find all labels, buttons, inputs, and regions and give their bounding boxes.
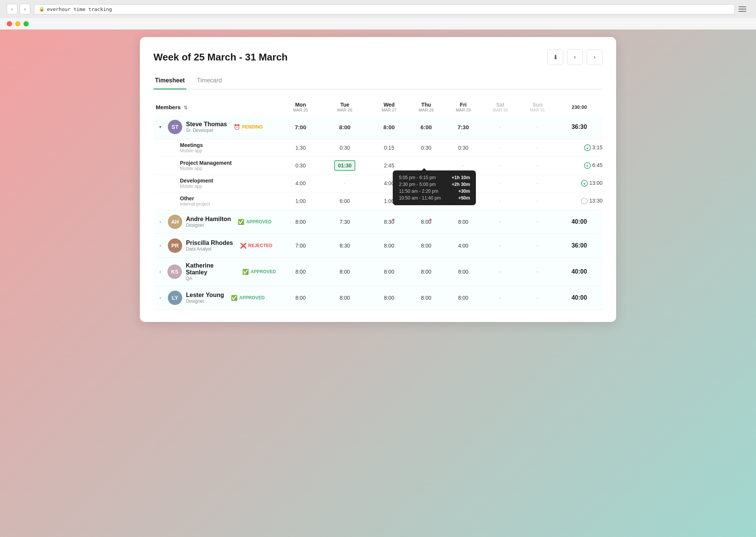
- priscilla-thu[interactable]: 8:00: [407, 234, 445, 258]
- col-total: 230:00: [556, 99, 603, 115]
- meetings-thu[interactable]: 0:30: [407, 139, 445, 157]
- other-sun[interactable]: -: [519, 192, 556, 210]
- priscilla-sat[interactable]: -: [482, 234, 519, 258]
- priscilla-total: 36:00: [556, 234, 603, 258]
- steve-tue[interactable]: 8:00: [319, 115, 370, 139]
- pm-mon[interactable]: 0:30: [282, 157, 319, 175]
- tab-timesheet[interactable]: Timesheet: [153, 74, 186, 90]
- meetings-wed[interactable]: 0:15: [370, 139, 407, 157]
- priscilla-mon[interactable]: 7:00: [282, 234, 319, 258]
- katherine-thu[interactable]: 8:00: [407, 258, 445, 286]
- steve-total: 36:30: [556, 115, 603, 139]
- other-mon[interactable]: 1:00: [282, 192, 319, 210]
- next-week-button[interactable]: ›: [587, 49, 603, 65]
- member-role-lester: Designer: [186, 299, 224, 304]
- expand-steve[interactable]: ▾: [156, 123, 164, 131]
- lester-tue[interactable]: 8:00: [319, 286, 370, 310]
- lester-fri[interactable]: 8:00: [445, 286, 482, 310]
- other-sat[interactable]: -: [482, 192, 519, 210]
- sort-icon[interactable]: ⇅: [184, 105, 187, 110]
- steve-sat[interactable]: -: [482, 115, 519, 139]
- pm-tue[interactable]: 01:30: [319, 157, 370, 175]
- andre-sun[interactable]: -: [519, 210, 556, 234]
- expand-priscilla[interactable]: ›: [156, 242, 164, 249]
- expand-lester[interactable]: ›: [156, 294, 164, 302]
- browser-url-bar[interactable]: 🔒 everhour time tracking: [34, 4, 735, 14]
- prev-week-button[interactable]: ‹: [567, 49, 583, 65]
- steve-mon[interactable]: 7:00: [282, 115, 319, 139]
- pm-total: ● 6:45: [556, 157, 603, 175]
- member-name-katherine: Katherine Stanley: [186, 262, 235, 276]
- dev-sun[interactable]: -: [519, 175, 556, 192]
- andre-total: 40:00: [556, 210, 603, 234]
- andre-sat[interactable]: -: [482, 210, 519, 234]
- expand-andre[interactable]: ›: [156, 218, 164, 226]
- lester-total: 40:00: [556, 286, 603, 310]
- katherine-mon[interactable]: 8:00: [282, 258, 319, 286]
- andre-tue[interactable]: 7:30: [319, 210, 370, 234]
- pm-sun[interactable]: -: [519, 157, 556, 175]
- meetings-mon[interactable]: 1:30: [282, 139, 319, 157]
- priscilla-tue[interactable]: 8:30: [319, 234, 370, 258]
- other-tue[interactable]: 6:00: [319, 192, 370, 210]
- katherine-fri[interactable]: 8:00: [445, 258, 482, 286]
- meetings-fri[interactable]: 0:30: [445, 139, 482, 157]
- meetings-sun[interactable]: -: [519, 139, 556, 157]
- dev-tue[interactable]: -: [319, 175, 370, 192]
- browser-menu-button[interactable]: [739, 4, 749, 14]
- lester-mon[interactable]: 8:00: [282, 286, 319, 310]
- lester-sun[interactable]: -: [519, 286, 556, 310]
- dev-mon[interactable]: 4:00: [282, 175, 319, 192]
- back-button[interactable]: ‹: [7, 4, 17, 14]
- sub-row-project-management: Project Management Mobile app 0:30 01:30…: [153, 157, 603, 175]
- andre-fri[interactable]: 8:00: [445, 210, 482, 234]
- priscilla-sun[interactable]: -: [519, 234, 556, 258]
- meetings-tue[interactable]: 0:30: [319, 139, 370, 157]
- meetings-total: ● 3:15: [556, 139, 603, 157]
- dot-yellow[interactable]: [15, 21, 20, 26]
- katherine-total: 40:00: [556, 258, 603, 286]
- tabs: Timesheet Timecard: [153, 74, 603, 90]
- dev-total: ● 13:00: [556, 175, 603, 192]
- sub-row-other: Other Internal project 1:00 6:00 1:00 5:…: [153, 192, 603, 210]
- pm-thu[interactable]: 5:05 pm - 6:15 pm+1h 10m 2:30 pm - 5:00 …: [407, 157, 445, 175]
- tooltip: 5:05 pm - 6:15 pm+1h 10m 2:30 pm - 5:00 …: [393, 170, 476, 205]
- status-badge-katherine: ✅ APPROVED: [239, 268, 279, 276]
- member-row-steve: ▾ ST Steve Thomas Sr. Developer ⏰ PENDIN…: [153, 115, 603, 139]
- pm-tue-highlighted[interactable]: 01:30: [334, 160, 355, 171]
- member-name-steve: Steve Thomas: [186, 121, 227, 128]
- lester-wed[interactable]: 8:00: [370, 286, 407, 310]
- status-badge-steve: ⏰ PENDING: [231, 123, 266, 131]
- dot-green[interactable]: [23, 21, 29, 26]
- steve-thu[interactable]: 6:00: [407, 115, 445, 139]
- dot-red[interactable]: [7, 21, 12, 26]
- katherine-sun[interactable]: -: [519, 258, 556, 286]
- tab-timecard[interactable]: Timecard: [195, 74, 223, 90]
- dev-sat[interactable]: -: [482, 175, 519, 192]
- andre-mon[interactable]: 8:00: [282, 210, 319, 234]
- andre-thu[interactable]: 8:00: [407, 210, 445, 234]
- meetings-sat[interactable]: -: [482, 139, 519, 157]
- priscilla-fri[interactable]: 4:00: [445, 234, 482, 258]
- lester-thu[interactable]: 8:00: [407, 286, 445, 310]
- expand-katherine[interactable]: ›: [156, 268, 164, 275]
- col-sat: SatMAR 30: [482, 99, 519, 115]
- download-button[interactable]: ⬇: [547, 49, 563, 65]
- andre-wed[interactable]: 8:30: [370, 210, 407, 234]
- pm-sat[interactable]: -: [482, 157, 519, 175]
- member-role-andre: Designer: [186, 223, 231, 228]
- steve-wed[interactable]: 8:00: [370, 115, 407, 139]
- steve-sun[interactable]: -: [519, 115, 556, 139]
- col-sun: SunMAR 31: [519, 99, 556, 115]
- katherine-sat[interactable]: -: [482, 258, 519, 286]
- forward-button[interactable]: ›: [20, 4, 30, 14]
- member-row-andre: › AH Andre Hamilton Designer ✅ APPROVED …: [153, 210, 603, 234]
- katherine-wed[interactable]: 8:00: [370, 258, 407, 286]
- status-badge-priscilla: ❌ REJECTED: [237, 241, 276, 250]
- steve-fri[interactable]: 7:30: [445, 115, 482, 139]
- browser-nav[interactable]: ‹ ›: [7, 4, 30, 14]
- avatar-steve: ST: [168, 120, 182, 134]
- lester-sat[interactable]: -: [482, 286, 519, 310]
- katherine-tue[interactable]: 8:00: [319, 258, 370, 286]
- priscilla-wed[interactable]: 8:00: [370, 234, 407, 258]
